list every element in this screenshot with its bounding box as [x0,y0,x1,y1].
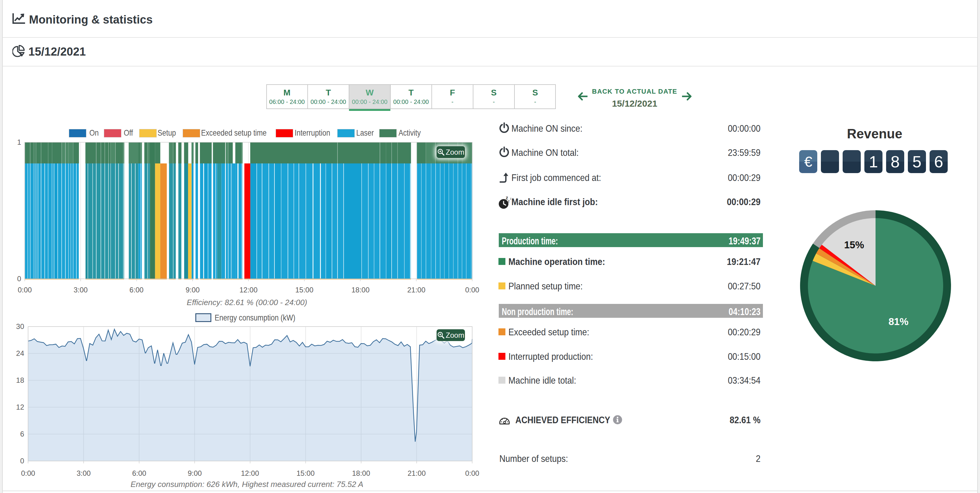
svg-text:z: z [508,199,510,203]
